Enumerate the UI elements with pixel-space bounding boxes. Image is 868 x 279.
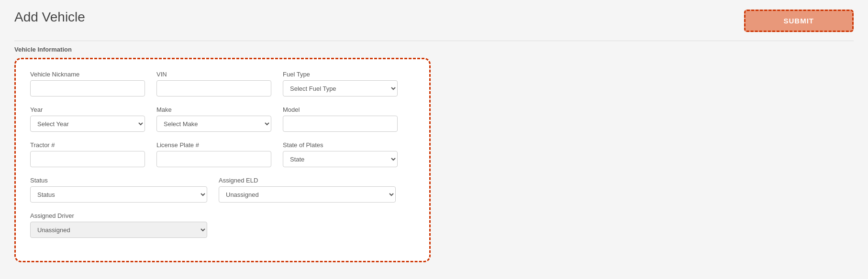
input-vin[interactable] [156,80,271,97]
section-label: Vehicle Information [14,41,854,53]
input-model[interactable] [283,116,398,132]
form-row-5: Assigned Driver Unassigned Driver 1 Driv… [30,212,415,238]
input-license[interactable] [156,151,271,167]
label-tractor: Tractor # [30,141,145,149]
label-assignedeld: Assigned ELD [219,177,396,184]
form-card: Vehicle Nickname VIN Fuel Type Select Fu… [14,58,431,262]
select-year[interactable]: Select Year 2024 2023 2022 2021 [30,116,145,132]
field-assigneddriver: Assigned Driver Unassigned Driver 1 Driv… [30,212,207,238]
field-make: Make Select Make Ford Chevrolet Kenworth… [156,106,271,132]
select-fueltype[interactable]: Select Fuel Type Gasoline Diesel Electri… [283,80,398,97]
field-license: License Plate # [156,141,271,167]
field-fueltype: Fuel Type Select Fuel Type Gasoline Dies… [283,71,398,97]
label-nickname: Vehicle Nickname [30,71,145,78]
form-row-3: Tractor # License Plate # State of Plate… [30,141,415,167]
label-assigneddriver: Assigned Driver [30,212,207,219]
form-row-4: Status Status Active Inactive Assigned E… [30,177,415,203]
page-title: Add Vehicle [14,10,85,25]
form-row-2: Year Select Year 2024 2023 2022 2021 Mak… [30,106,415,132]
label-license: License Plate # [156,141,271,149]
select-make[interactable]: Select Make Ford Chevrolet Kenworth Pete… [156,116,271,132]
field-stateplates: State of Plates State Alabama California… [283,141,398,167]
select-assignedeld[interactable]: Unassigned ELD Device 1 ELD Device 2 [219,186,396,203]
submit-button[interactable]: SUBMIT [744,10,854,32]
label-vin: VIN [156,71,271,78]
label-stateplates: State of Plates [283,141,398,149]
field-year: Year Select Year 2024 2023 2022 2021 [30,106,145,132]
field-nickname: Vehicle Nickname [30,71,145,97]
label-fueltype: Fuel Type [283,71,398,78]
label-status: Status [30,177,207,184]
field-tractor: Tractor # [30,141,145,167]
label-model: Model [283,106,398,113]
select-assigneddriver[interactable]: Unassigned Driver 1 Driver 2 [30,222,207,238]
field-model: Model [283,106,398,132]
label-make: Make [156,106,271,113]
field-vin: VIN [156,71,271,97]
input-tractor[interactable] [30,151,145,167]
form-row-1: Vehicle Nickname VIN Fuel Type Select Fu… [30,71,415,97]
field-status: Status Status Active Inactive [30,177,207,203]
select-status[interactable]: Status Active Inactive [30,186,207,203]
page-container: Add Vehicle SUBMIT Vehicle Information V… [0,0,868,279]
input-nickname[interactable] [30,80,145,97]
field-assignedeld: Assigned ELD Unassigned ELD Device 1 ELD… [219,177,396,203]
select-stateplates[interactable]: State Alabama California Texas New York [283,151,398,167]
label-year: Year [30,106,145,113]
page-header: Add Vehicle SUBMIT [14,10,854,32]
